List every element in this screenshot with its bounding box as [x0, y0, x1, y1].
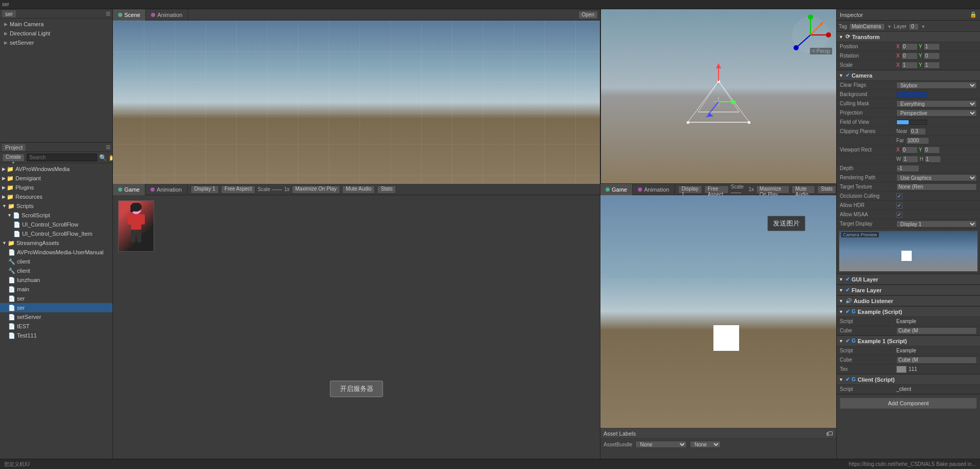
example1-cube-row: Cube Cube (M [837, 355, 980, 365]
hierarchy-item-setserver[interactable]: ▶ setServer [0, 38, 112, 47]
hierarchy-item-directional-light[interactable]: ▶ Directional Light [0, 29, 112, 38]
display-left[interactable]: Display 1 [191, 185, 219, 194]
scale-y[interactable] [924, 62, 940, 69]
cube1-value[interactable]: Cube (M [896, 357, 977, 364]
audio-listener-header[interactable]: ▼ 🔊 Audio Listener [837, 296, 980, 306]
left-panel: ser ≡ ▶ Main Camera ▶ Directional Light … [0, 9, 113, 459]
stats-left[interactable]: Stats [377, 185, 396, 194]
folder-lunzhuan[interactable]: 📄 lunzhuan [0, 275, 112, 285]
folder-scripts[interactable]: ▼ 📁 Scripts [0, 201, 112, 211]
folder-ser2[interactable]: 📄 ser [0, 303, 112, 312]
stats-right[interactable]: Stats [817, 185, 836, 194]
rendering-path-select[interactable]: Use Graphics [896, 174, 977, 181]
vp-x[interactable] [901, 146, 918, 154]
asset-labels-panel: Asset Labels 🏷 AssetBundle None None [600, 428, 836, 459]
aspect-right[interactable]: Free Aspect [704, 185, 729, 194]
example1-script-header[interactable]: ▼ ✔ G Example 1 (Script) [837, 336, 980, 346]
scene-3d-panel: < Persp [600, 9, 836, 184]
near-field[interactable] [910, 128, 926, 135]
asset-variant-select[interactable]: None [690, 441, 721, 448]
folder-ser1[interactable]: 📄 ser [0, 294, 112, 303]
folder-streaming[interactable]: ▼ 📁 StreamingAssets [0, 238, 112, 248]
folder-scrollscript[interactable]: ▼ 📄 ScrollScript [0, 211, 112, 220]
open-button[interactable]: Open [578, 11, 598, 19]
folder-test111[interactable]: 📄 Test111 [0, 331, 112, 340]
flare-layer-header[interactable]: ▼ ✔ Flare Layer [837, 285, 980, 295]
folder-client2[interactable]: 🔧 client [0, 266, 112, 275]
camera-check[interactable]: ✔ [845, 72, 850, 78]
folder-avpro[interactable]: ▶ 📁 AVProWindowsMedia [0, 164, 112, 174]
target-display-select[interactable]: Display 1 [896, 220, 977, 228]
vp-h[interactable] [925, 156, 941, 163]
target-texture-value[interactable]: None (Ren [896, 183, 977, 191]
transform-header[interactable]: ▼ ⟳ Transform [837, 32, 980, 42]
hierarchy-menu-icon[interactable]: ≡ [106, 9, 110, 18]
persp-label: < Persp [810, 48, 832, 54]
tab-game-left[interactable]: Game [113, 184, 145, 195]
folder-ui-scroll-item[interactable]: 📄 UI_Control_ScrollFlow_Item [0, 229, 112, 238]
maximize-left[interactable]: Maximize On Play [292, 185, 341, 194]
folder-plugins[interactable]: ▶ 📁 Plugins [0, 183, 112, 192]
allow-msaa-checkbox[interactable]: ✔ [896, 212, 902, 218]
create-button[interactable]: Create + [2, 154, 25, 162]
tab-animation-scene[interactable]: Animation [146, 9, 188, 21]
asset-bundle-select[interactable]: None [635, 441, 687, 448]
folder-main[interactable]: 📄 main [0, 285, 112, 294]
add-component-button[interactable]: Add Component [840, 398, 977, 409]
clipping-row: Clipping Planes Near [837, 127, 980, 136]
start-server-button[interactable]: 开启服务器 [330, 381, 383, 397]
search-icon[interactable]: 🔍 [99, 154, 107, 161]
allow-hdr-checkbox[interactable]: ✔ [896, 202, 902, 209]
background-color-picker[interactable] [896, 91, 927, 98]
layer-value[interactable]: 0 [909, 23, 919, 30]
scale-x[interactable] [901, 62, 918, 69]
depth-field[interactable] [896, 165, 919, 172]
occlusion-checkbox[interactable]: ✔ [896, 193, 902, 199]
hier-label: Directional Light [10, 30, 50, 36]
culling-mask-select[interactable]: Everything [896, 100, 977, 107]
hierarchy-item-main-camera[interactable]: ▶ Main Camera [0, 20, 112, 29]
folder-avpro-manual[interactable]: 📄 AVProWindowsMedia-UserManual [0, 248, 112, 257]
client-script-header[interactable]: ▼ ✔ G Client (Script) [837, 374, 980, 385]
asset-labels-icon[interactable]: 🏷 [826, 429, 833, 438]
vp-y[interactable] [924, 146, 940, 154]
tag-value[interactable]: MainCamera [849, 23, 885, 30]
maximize-right[interactable]: Maximize On Play [756, 185, 789, 194]
display-right[interactable]: Display 1 [678, 185, 702, 194]
folder-icon[interactable]: 📁 [109, 154, 112, 161]
inspector-lock-icon[interactable]: 🔒 [970, 11, 977, 18]
tab-animation-left[interactable]: Animation [145, 184, 187, 195]
tab-game-right[interactable]: Game [600, 184, 633, 195]
folder-ui-scroll-flow[interactable]: 📄 UI_Control_ScrollFlow [0, 220, 112, 229]
gui-layer-header[interactable]: ▼ ✔ GUI Layer [837, 274, 980, 285]
tab-animation-right[interactable]: Animation [633, 184, 675, 195]
mute-left[interactable]: Mute Audio [342, 185, 375, 194]
tab-scene[interactable]: Scene [113, 9, 146, 21]
folder-client1[interactable]: 🔧 client [0, 257, 112, 266]
clear-flags-label: Clear Flags [840, 82, 896, 88]
cube-value[interactable]: Cube (M [896, 327, 977, 334]
clear-flags-select[interactable]: Skybox [896, 82, 977, 89]
send-image-button[interactable]: 发送图片 [767, 216, 805, 231]
aspect-left[interactable]: Free Aspect [221, 185, 255, 194]
rotation-y[interactable] [924, 52, 940, 60]
viewport-label: Viewport Rect [840, 147, 896, 153]
project-tab[interactable]: Project [2, 144, 26, 151]
project-search-input[interactable] [27, 154, 97, 161]
example-script-header[interactable]: ▼ ✔ G Example (Script) [837, 307, 980, 317]
project-menu-icon[interactable]: ≡ [106, 143, 110, 152]
mute-right[interactable]: Mute Audio [791, 185, 815, 194]
rotation-x[interactable] [901, 52, 918, 60]
folder-resources[interactable]: ▶ 📁 Resources [0, 192, 112, 201]
vp-w[interactable] [902, 156, 918, 163]
position-y[interactable] [924, 43, 940, 50]
hierarchy-tab[interactable]: ser [2, 10, 16, 17]
camera-header[interactable]: ▼ ✔ Camera [837, 70, 980, 81]
far-field[interactable] [906, 137, 929, 144]
projection-select[interactable]: Perspective [896, 109, 977, 117]
folder-test[interactable]: 📄 tEST [0, 322, 112, 331]
fov-slider[interactable] [896, 120, 927, 125]
folder-demigiant[interactable]: ▶ 📁 Demigiant [0, 174, 112, 183]
position-x[interactable] [901, 43, 918, 50]
folder-setserver[interactable]: 📄 setServer [0, 312, 112, 322]
